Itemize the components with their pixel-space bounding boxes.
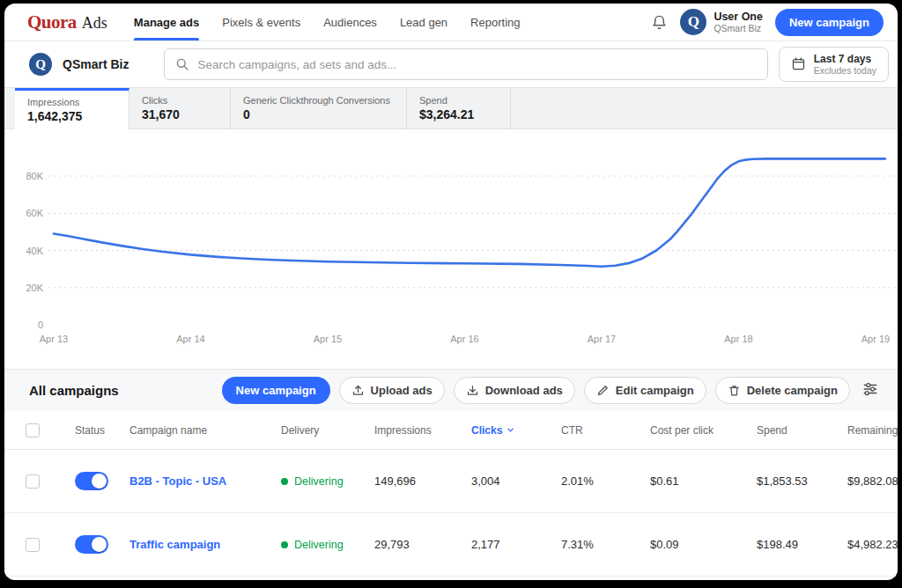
column-header-remaining[interactable]: Remaining xyxy=(847,424,898,437)
delivery-status: Delivering xyxy=(281,539,374,551)
svg-text:0: 0 xyxy=(38,320,43,330)
delivering-dot-icon xyxy=(281,541,288,548)
clicks-value: 3,004 xyxy=(471,474,561,488)
user-org: QSmart Biz xyxy=(713,23,763,33)
metric-tabs-bar: Impressions 1,642,375 Clicks 31,670 Gene… xyxy=(4,87,898,129)
campaigns-title: All campaigns xyxy=(29,383,119,398)
column-header-ctr[interactable]: CTR xyxy=(561,424,650,437)
upload-ads-button[interactable]: Upload ads xyxy=(339,377,445,404)
download-ads-label: Download ads xyxy=(485,384,563,397)
metric-tabs-lead xyxy=(4,88,15,129)
spend-value: $1,853.53 xyxy=(757,474,847,488)
impressions-value: 29,793 xyxy=(374,538,471,551)
quora-wordmark: Quora xyxy=(27,11,77,33)
svg-text:40K: 40K xyxy=(26,246,43,256)
impressions-value: 149,696 xyxy=(374,474,471,488)
metric-label: Spend xyxy=(419,95,498,106)
metric-tab-spend[interactable]: Spend $3,264.21 xyxy=(407,88,511,129)
primary-nav: Manage ads Pixels & events Audiences Lea… xyxy=(134,4,521,40)
date-range-meta: Last 7 days Excludes today xyxy=(814,53,876,77)
nav-item-audiences[interactable]: Audiences xyxy=(323,4,377,40)
upload-ads-label: Upload ads xyxy=(371,384,433,397)
column-header-spend[interactable]: Spend xyxy=(757,424,847,437)
metric-tab-impressions[interactable]: Impressions 1,642,375 xyxy=(15,88,129,129)
quora-ads-window: Quora Ads Manage ads Pixels & events Aud… xyxy=(4,4,898,580)
column-header-delivery[interactable]: Delivery xyxy=(281,424,374,437)
row-checkbox[interactable] xyxy=(26,474,40,489)
user-meta: User One QSmart Biz xyxy=(713,11,763,33)
cpc-value: $0.61 xyxy=(650,474,757,488)
download-ads-button[interactable]: Download ads xyxy=(454,377,575,404)
search-input[interactable] xyxy=(197,58,756,71)
nav-item-lead-gen[interactable]: Lead gen xyxy=(400,4,447,40)
remaining-value: $4,982.23 xyxy=(847,538,898,551)
quora-ads-logo[interactable]: Quora Ads xyxy=(27,11,107,33)
metric-tabs-filler xyxy=(511,88,898,129)
chevron-down-icon xyxy=(506,425,515,435)
column-header-clicks[interactable]: Clicks xyxy=(471,424,561,437)
chart-section: 020K40K60K80KApr 13Apr 14Apr 15Apr 16Apr… xyxy=(4,129,898,369)
campaign-name-link[interactable]: Traffic campaign xyxy=(129,538,281,551)
column-header-campaign-name[interactable]: Campaign name xyxy=(129,424,281,437)
metric-label: Impressions xyxy=(27,97,116,107)
delete-campaign-button[interactable]: Delete campaign xyxy=(715,377,850,404)
clicks-value: 2,177 xyxy=(471,538,561,551)
impressions-line-chart: 020K40K60K80KApr 13Apr 14Apr 15Apr 16Apr… xyxy=(4,129,898,369)
search-box xyxy=(164,48,767,80)
cpc-value: $0.09 xyxy=(650,538,757,551)
column-header-impressions[interactable]: Impressions xyxy=(374,424,471,437)
delivery-status: Delivering xyxy=(281,475,374,488)
metric-tab-clicks[interactable]: Clicks 31,670 xyxy=(129,88,231,129)
search-icon xyxy=(175,57,189,71)
ctr-value: 2.01% xyxy=(561,474,650,488)
svg-text:Apr 19: Apr 19 xyxy=(861,334,890,344)
account-bar: Q QSmart Biz Last 7 days Excludes today xyxy=(4,41,898,87)
edit-campaign-label: Edit campaign xyxy=(616,384,694,397)
column-header-status[interactable]: Status xyxy=(75,424,129,437)
delete-campaign-label: Delete campaign xyxy=(747,384,838,397)
metric-value: 1,642,375 xyxy=(27,109,116,123)
user-menu[interactable]: Q User One QSmart Biz xyxy=(680,9,763,35)
new-campaign-button-top[interactable]: New campaign xyxy=(775,9,884,36)
status-toggle[interactable] xyxy=(75,535,108,554)
svg-text:60K: 60K xyxy=(26,208,43,218)
metric-label: Generic Clickthrough Conversions xyxy=(243,95,394,106)
calendar-icon xyxy=(791,56,806,71)
trash-icon xyxy=(728,384,741,397)
nav-item-pixels-events[interactable]: Pixels & events xyxy=(222,4,300,40)
nav-item-manage-ads[interactable]: Manage ads xyxy=(134,4,199,40)
svg-text:Apr 17: Apr 17 xyxy=(588,334,616,344)
notifications-bell-icon[interactable] xyxy=(651,14,668,31)
nav-item-reporting[interactable]: Reporting xyxy=(470,4,520,40)
account-name: QSmart Biz xyxy=(63,57,129,71)
svg-text:Apr 15: Apr 15 xyxy=(314,334,342,344)
select-all-checkbox[interactable] xyxy=(26,423,40,437)
delivery-label: Delivering xyxy=(294,475,344,488)
campaign-name-link[interactable]: B2B - Topic - USA xyxy=(129,474,281,488)
svg-text:20K: 20K xyxy=(26,283,43,293)
upload-icon xyxy=(351,384,365,397)
pencil-icon xyxy=(596,384,610,397)
column-settings-sliders-icon[interactable] xyxy=(859,378,882,403)
clicks-header-label: Clicks xyxy=(471,424,502,437)
table-header-row: Status Campaign name Delivery Impression… xyxy=(4,411,898,450)
date-range-button[interactable]: Last 7 days Excludes today xyxy=(779,47,889,83)
date-range-label: Last 7 days xyxy=(814,53,871,65)
new-campaign-button-toolbar[interactable]: New campaign xyxy=(222,377,330,404)
spend-value: $198.49 xyxy=(757,538,847,551)
svg-text:80K: 80K xyxy=(26,171,43,181)
metric-value: 31,670 xyxy=(142,107,218,121)
ctr-value: 7.31% xyxy=(561,538,650,551)
metric-tab-conversions[interactable]: Generic Clickthrough Conversions 0 xyxy=(231,88,407,129)
column-header-cpc[interactable]: Cost per click xyxy=(650,424,757,437)
svg-text:Apr 14: Apr 14 xyxy=(176,334,204,344)
ads-wordmark: Ads xyxy=(82,14,107,33)
svg-text:Apr 13: Apr 13 xyxy=(40,334,68,344)
date-range-note: Excludes today xyxy=(814,65,876,77)
status-toggle[interactable] xyxy=(75,472,108,490)
svg-text:Apr 16: Apr 16 xyxy=(450,334,478,344)
metric-value: 0 xyxy=(243,107,394,121)
download-icon xyxy=(466,384,479,397)
row-checkbox[interactable] xyxy=(26,538,40,552)
edit-campaign-button[interactable]: Edit campaign xyxy=(584,377,706,404)
